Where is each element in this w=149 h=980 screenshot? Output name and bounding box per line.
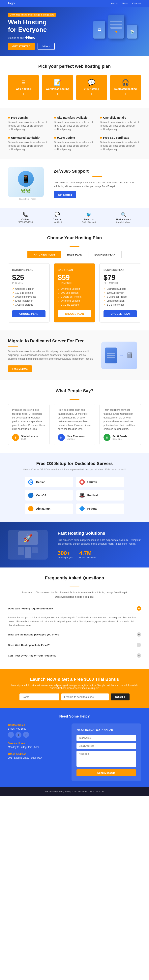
migrate-underline [8, 346, 18, 347]
contact-tweet-value: @WebSupport [81, 221, 96, 223]
feature-desc: Duis aute irure dolor in reprehenderit i… [54, 140, 95, 151]
feature-title: 99.9% uptime [57, 136, 75, 139]
testimonials-underline [70, 399, 79, 400]
faq-item-3[interactable]: Can I Test Drive' Any of Your Products? … [8, 650, 141, 661]
migrate-button[interactable]: Free Migrate [8, 366, 32, 372]
fast-hosting-title: Fast Hosting Solutions [58, 531, 141, 536]
help-name-input[interactable] [76, 735, 136, 741]
twitter-social-icon[interactable]: t [16, 732, 21, 738]
faq-question-1: What are the hosting packages you offer? [8, 633, 59, 636]
choose-plan-underline [70, 247, 79, 247]
stat-growth-label: Growth per year [58, 556, 73, 559]
help-send-button[interactable]: Send Message [76, 769, 136, 776]
author-role-2: Developer [113, 438, 127, 440]
contact-chat[interactable]: 💬 Chat us Live Chat [52, 212, 62, 223]
faq-toggle-1[interactable]: + [137, 632, 141, 636]
plan-baby-choose-button[interactable]: CHOOSE PLAN [58, 310, 91, 317]
contact-find[interactable]: 🔍 Find answers Knowledgebase [116, 212, 131, 223]
faq-toggle-3[interactable]: + [137, 653, 141, 658]
nav-logo: logo [8, 2, 15, 5]
choose-plan-title: Choose Your Hosting Plan [8, 235, 141, 240]
faq-item-2[interactable]: Does Web Hosting Include Email? + [8, 640, 141, 650]
plan-feature-5: 1 GB file storage [12, 304, 46, 306]
cta-submit-button[interactable]: SUBMIT [111, 694, 130, 700]
faq-question-0: Does web hosting require a domain? [8, 607, 53, 610]
plan-card-business: BUSINESS PLAN $79 PER MONTH Unlimited Su… [99, 263, 141, 323]
hosting-card-vps[interactable]: 💬 VPS hosting ↓ [76, 75, 107, 100]
wordpress-hosting-label: WordPress hosting [45, 88, 70, 91]
plan-feature-2: 100 Sub-domain [103, 291, 137, 294]
hosting-card-wordpress[interactable]: 📝 WordPress hosting ↓ [42, 75, 73, 100]
plan-hatching-choose-button[interactable]: CHOOSE PLAN [12, 310, 46, 317]
testimonial-text-2: Proin sed libero enim sed faucibus turpi… [103, 408, 137, 431]
feature-dot [8, 137, 10, 139]
faq-toggle-0[interactable]: − [137, 606, 141, 611]
faq-toggle-2[interactable]: + [137, 643, 141, 647]
contact-call-value: (555) 456-7890 [18, 221, 33, 223]
chat-icon: 💬 [52, 212, 62, 217]
os-item-centos: 🔵 CentOS [25, 490, 73, 501]
contact-bar: 📞 Call us (555) 456-7890 💬 Chat us Live … [0, 208, 149, 228]
help-contact-hours: Service Hours Monday to Friday, 9am - 5p… [8, 742, 68, 749]
feature-desc: Duis aute irure dolor in reprehenderit i… [100, 140, 141, 151]
help-contact-hours-label: Service Hours [8, 742, 68, 745]
faq-item-0[interactable]: Does web hosting require a domain? − [8, 603, 141, 614]
migrate-section: Migrate to Dedicated Server For Free Dui… [0, 331, 149, 380]
plan-feature-4: Email Integration [12, 299, 46, 302]
dedicated-hosting-arrow: ↓ [113, 92, 138, 96]
nav-link-contact[interactable]: Contact [132, 2, 141, 5]
search-icon: 🔍 [116, 212, 131, 217]
footer: We're always ready to help. Don't hesita… [0, 787, 149, 795]
os-item-redhat: 🎩 Red Hat [76, 490, 124, 501]
plan-feature-3: 2 Users per Project [12, 296, 46, 298]
faq-answer-0: Answer: Lorem ipsum dolor sit amet, cons… [8, 614, 141, 629]
hero-section: Don't miss limited-time savings. Savings… [0, 7, 149, 56]
support-title: 24/7/365 Support [54, 169, 141, 174]
cta-name-input[interactable] [19, 694, 59, 700]
linkedin-icon[interactable]: in [23, 732, 29, 738]
faq-underline [70, 587, 79, 587]
help-contact-sales: Contact Sales 1 (415) 490-1850 f t in [8, 724, 68, 738]
almalinux-icon: 🟠 [28, 506, 34, 511]
avatar-0: S [12, 434, 19, 441]
os-debian-label: Debian [36, 480, 46, 484]
cta-form: SUBMIT [8, 694, 141, 700]
plan-feature-1: Unlimited Support [58, 288, 91, 290]
plan-business-choose-button[interactable]: CHOOSE PLAN [103, 310, 137, 317]
support-image-credit: Image from Freepik [8, 198, 48, 200]
plan-tab-business[interactable]: BUSINESS PLAN [88, 251, 121, 258]
help-message-textarea[interactable] [76, 751, 136, 767]
support-get-started-button[interactable]: Get Started [54, 191, 76, 198]
hosting-card-dedicated[interactable]: 🎧 Dedicated hosting ↓ [110, 75, 141, 100]
facebook-icon[interactable]: f [8, 732, 14, 738]
faq-title: Frequently Asked Questions [8, 576, 141, 581]
testimonials-title: What People Say? [8, 388, 141, 393]
stat-websites: 4.7M Hosted Websites [79, 550, 96, 559]
hero-get-started-button[interactable]: GET STARTED [8, 43, 35, 50]
faq-item-1[interactable]: What are the hosting packages you offer?… [8, 629, 141, 640]
contact-tweet[interactable]: 🐦 Tweet us @WebSupport [81, 212, 96, 223]
wordpress-hosting-arrow: ↓ [45, 92, 70, 96]
navbar: logo Home About Contact [0, 0, 149, 7]
plan-tabs: HATCHING PLAN BABY PLAN BUSINESS PLAN [8, 251, 141, 258]
nav-links: Home About Contact [111, 2, 141, 5]
feature-free-domain: Free domain Duis aute irure dolor in rep… [8, 116, 49, 131]
author-name-0: Sheila Larson [21, 435, 38, 438]
hero-badge: Don't miss limited-time savings. Savings… [8, 13, 56, 17]
help-email-input[interactable] [76, 743, 136, 749]
nav-link-about[interactable]: About [121, 2, 128, 5]
hero-learn-more-button[interactable]: 44/mo* [38, 43, 55, 50]
avatar-1: N [58, 434, 65, 441]
hosting-card-web[interactable]: 🖥 Web hosting ↓ [8, 75, 39, 100]
faq-section: Frequently Asked Questions Sample text. … [0, 568, 149, 669]
cta-email-input[interactable] [61, 694, 109, 700]
plan-hatching-name: HATCHING PLAN [12, 269, 46, 271]
feature-dot [100, 117, 102, 119]
nav-link-home[interactable]: Home [111, 2, 117, 5]
feature-ssl: Free SSL certificate Duis aute irure dol… [100, 136, 141, 151]
plan-feature-2: 100 Sub-domain [12, 291, 46, 294]
feature-title: Unmetered bandwidth [11, 136, 40, 139]
plan-tab-hatching[interactable]: HATCHING PLAN [27, 251, 61, 258]
plan-tab-baby[interactable]: BABY PLAN [61, 251, 89, 258]
faq-intro: Sample text. Click to select the Text El… [8, 591, 141, 594]
